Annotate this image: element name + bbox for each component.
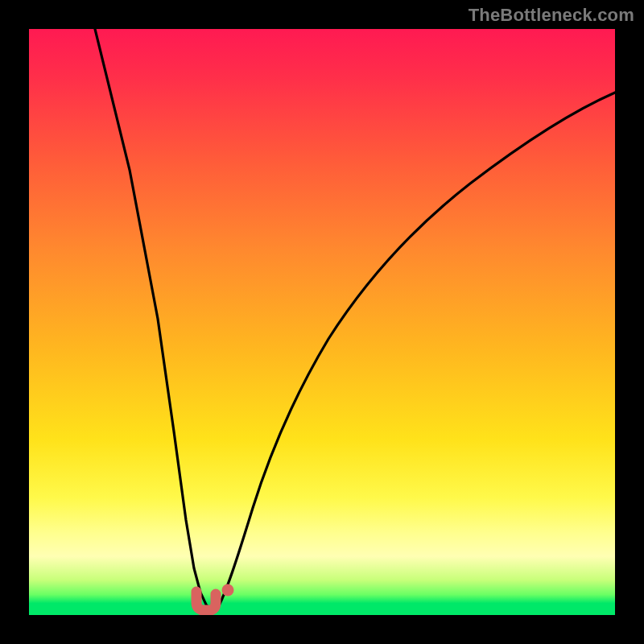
outer-frame: TheBottleneck.com [0, 0, 644, 644]
bottleneck-curve-right [217, 93, 615, 609]
watermark-text: TheBottleneck.com [469, 5, 634, 26]
bottleneck-curve-left [95, 29, 210, 609]
valley-u-marker [196, 592, 216, 610]
plot-area [29, 29, 615, 615]
valley-dot-right-marker [222, 584, 234, 597]
curve-layer [29, 29, 615, 615]
